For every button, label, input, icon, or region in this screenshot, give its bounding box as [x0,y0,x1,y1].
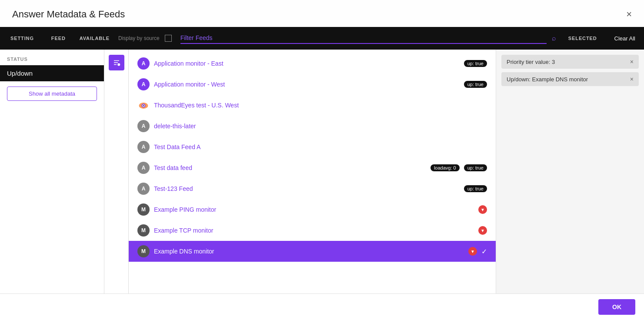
status-item-updown[interactable]: Up/down [0,65,104,81]
selected-item-label: Up/down: Example DNS monitor [507,76,588,83]
svg-point-8 [143,105,144,107]
selected-panel: Priority tier value: 3 × Up/down: Exampl… [496,50,644,293]
available-panel: A Application monitor - East up: true A … [129,50,496,293]
feed-avatar: A [137,120,150,132]
selected-item-close-icon[interactable]: × [630,58,634,65]
list-item[interactable]: M Example TCP monitor ▼ [129,220,496,241]
list-item[interactable]: ThousandEyes test - U.S. West [129,95,496,116]
down-arrow-badge: ▼ [468,247,477,256]
ok-button[interactable]: OK [598,299,635,315]
feed-item-name: Application monitor - West [154,81,460,88]
toolbar: SETTING FEED AVAILABLE Display by source… [0,27,644,50]
feed-avatar: A [137,78,150,90]
feed-avatar [137,99,150,111]
modal-footer: OK [0,293,644,320]
feed-avatar: M [137,224,150,237]
selected-item: Up/down: Example DNS monitor × [501,72,639,86]
list-item[interactable]: A delete-this-later [129,116,496,137]
clear-all-button[interactable]: Clear All [606,35,644,42]
selected-item: Priority tier value: 3 × [501,55,639,69]
close-icon[interactable]: × [626,10,632,19]
show-all-metadata-button[interactable]: Show all metadata [7,87,97,101]
toolbar-selected-label: SELECTED [560,36,606,41]
svg-point-3 [118,63,120,66]
selected-item-close-icon[interactable]: × [630,76,634,83]
modal-title: Answer Metadata & Feeds [12,9,125,20]
selected-checkmark: ✓ [481,247,487,256]
feed-item-name: delete-this-later [154,123,487,130]
list-item[interactable]: A Application monitor - East up: true [129,53,496,74]
feed-avatar: M [137,203,150,216]
feed-item-name: Application monitor - East [154,60,460,67]
feed-avatar: A [137,162,150,174]
list-item[interactable]: M Example PING monitor ▼ [129,199,496,220]
feed-tag: up: true [464,185,487,192]
feed-tag: up: true [464,60,487,67]
feed-avatar: A [137,57,150,70]
modal-overlay: Answer Metadata & Feeds × SETTING FEED A… [0,0,644,320]
search-icon[interactable]: ⌕ [552,34,556,42]
feed-item-name: Example PING monitor [154,206,474,213]
left-sidebar: STATUS Up/down Show all metadata [0,50,104,293]
filter-feeds-input[interactable] [180,33,547,44]
feed-item-name: Example TCP monitor [154,227,474,234]
modal-header: Answer Metadata & Feeds × [0,0,644,27]
feed-item-name: Test Data Feed A [154,143,487,150]
status-label: STATUS [0,50,104,65]
list-item[interactable]: M Example DNS monitor ▼ ✓ [129,241,496,262]
down-arrow-badge: ▼ [478,205,487,214]
list-item[interactable]: A Application monitor - West up: true [129,74,496,95]
feed-avatar: M [137,245,150,257]
toolbar-feed-label: FEED [43,36,74,41]
feed-tag: up: true [464,164,487,171]
list-item[interactable]: A Test-123 Feed up: true [129,178,496,199]
list-item[interactable]: A Test Data Feed A [129,137,496,157]
toolbar-setting-label: SETTING [7,36,43,41]
down-arrow-badge: ▼ [478,226,487,235]
feed-item-name: ThousandEyes test - U.S. West [154,102,487,109]
feed-tag: up: true [464,81,487,88]
list-item[interactable]: A Test data feed loadavg: 0up: true [129,157,496,178]
toolbar-available-label: AVAILABLE [74,36,115,41]
feed-item-name: Test-123 Feed [154,185,460,192]
feed-tag: loadavg: 0 [430,164,460,171]
toolbar-display-by-label: Display by source [115,35,163,41]
feed-panel [104,50,129,293]
display-by-checkbox[interactable] [165,35,172,42]
feed-item-name: Example DNS monitor [154,248,464,255]
content-area: STATUS Up/down Show all metadata A Appli… [0,50,644,293]
filter-feeds-container [175,33,552,44]
feed-avatar: A [137,183,150,195]
selected-item-label: Priority tier value: 3 [507,59,555,65]
feed-avatar: A [137,141,150,153]
feed-filter-icon-button[interactable] [109,55,124,70]
feed-item-name: Test data feed [154,164,426,171]
